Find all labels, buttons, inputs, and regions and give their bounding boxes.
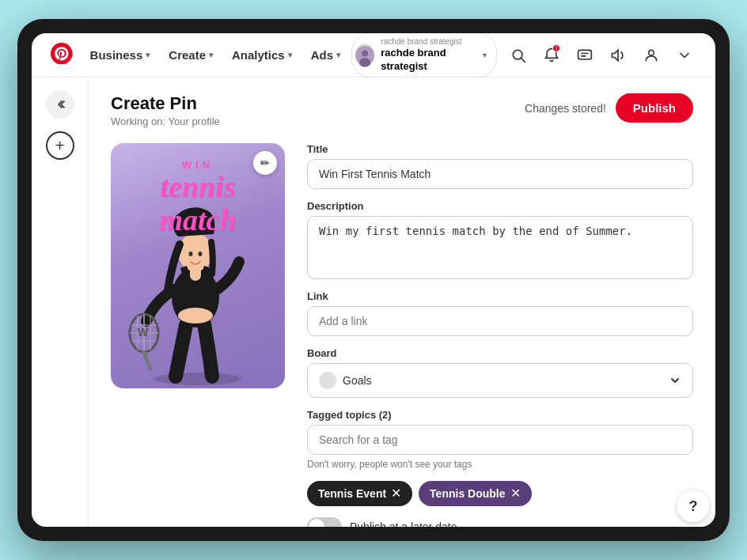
navbar: Business ▾ Create ▾ Analytics ▾ Ads ▾: [32, 33, 715, 78]
nav-create[interactable]: Create ▾: [161, 44, 221, 66]
svg-point-22: [189, 252, 193, 256]
board-select[interactable]: Goals: [307, 363, 693, 398]
publish-later-label: Publish at a later date: [350, 520, 457, 527]
svg-text:W: W: [138, 326, 149, 339]
nav-right: rachde brand strategist rachde brand str…: [351, 33, 696, 78]
pin-editor: WIN tennis match ✏: [111, 143, 693, 527]
title-field-group: Title: [307, 143, 693, 189]
page-header: Create Pin Working on: Your profile Chan…: [111, 93, 693, 127]
description-field-group: Description: [307, 200, 693, 279]
board-field-group: Board Goals: [307, 347, 693, 398]
svg-point-10: [178, 308, 213, 324]
tag-tennis-double-remove[interactable]: ✕: [510, 487, 521, 500]
nav-ads[interactable]: Ads ▾: [303, 44, 348, 66]
nav-create-chevron: ▾: [209, 51, 213, 59]
svg-line-5: [521, 58, 525, 62]
tennis-match-script: tennis match: [120, 171, 275, 237]
alerts-icon-btn[interactable]: [606, 41, 630, 70]
svg-point-3: [359, 58, 371, 66]
main-layout: + Create Pin Working on: Your profile Ch…: [32, 78, 715, 527]
user-icon-btn[interactable]: [639, 41, 663, 70]
nav-ads-chevron: ▾: [336, 51, 340, 59]
board-value: Goals: [343, 374, 372, 387]
help-icon: ?: [689, 498, 698, 515]
description-textarea[interactable]: [307, 216, 693, 279]
toggle-knob: [309, 519, 324, 527]
title-input[interactable]: [307, 159, 693, 189]
svg-point-21: [178, 233, 213, 271]
tag-tennis-event-remove[interactable]: ✕: [391, 487, 401, 500]
nav-analytics-chevron: ▾: [288, 51, 292, 59]
search-icon-btn[interactable]: [506, 41, 530, 70]
board-select-left: Goals: [319, 372, 372, 389]
tag-search-input[interactable]: [307, 425, 693, 455]
pinterest-logo[interactable]: [51, 43, 73, 68]
svg-point-23: [199, 252, 203, 256]
speaker-icon: [610, 47, 626, 63]
more-icon-btn[interactable]: [673, 41, 696, 70]
svg-line-19: [144, 352, 150, 369]
nav-ads-label: Ads: [311, 48, 333, 62]
help-button[interactable]: ?: [677, 490, 709, 522]
tag-tennis-event[interactable]: Tennis Event ✕: [307, 481, 412, 506]
link-input[interactable]: [307, 306, 693, 336]
tag-tennis-double[interactable]: Tennis Double ✕: [419, 481, 531, 506]
page-title-block: Create Pin Working on: Your profile: [111, 93, 220, 127]
tag-tennis-double-label: Tennis Double: [430, 487, 505, 500]
notifications-icon-btn[interactable]: 1: [540, 41, 563, 70]
chevron-down-icon: [677, 47, 692, 63]
svg-point-0: [51, 43, 73, 65]
nav-business-label: Business: [90, 48, 143, 62]
sidebar-collapse-btn[interactable]: [46, 90, 74, 119]
notification-dot: 1: [552, 44, 560, 52]
user-icon: [643, 47, 659, 63]
message-icon: [577, 47, 593, 63]
edit-image-btn[interactable]: ✏: [253, 151, 277, 175]
svg-rect-6: [578, 50, 592, 59]
sidebar-add-btn[interactable]: +: [46, 131, 74, 160]
svg-point-7: [649, 50, 654, 55]
title-label: Title: [307, 143, 693, 155]
pin-form: Title Description Link Board: [307, 143, 693, 527]
account-chevron: ▾: [483, 51, 487, 59]
tags-row: Tennis Event ✕ Tennis Double ✕: [307, 481, 693, 506]
main-content: Create Pin Working on: Your profile Chan…: [89, 78, 715, 527]
pin-image-preview: WIN tennis match ✏: [111, 143, 285, 388]
nav-create-label: Create: [169, 48, 206, 62]
nav-business[interactable]: Business ▾: [82, 44, 158, 66]
page-subtitle: Working on: Your profile: [111, 115, 220, 127]
messages-icon-btn[interactable]: [573, 41, 597, 70]
tag-tennis-event-label: Tennis Event: [318, 487, 386, 500]
tags-hint: Don't worry, people won't see your tags: [307, 459, 693, 470]
tagged-label: Tagged topics (2): [307, 409, 693, 421]
nav-analytics-label: Analytics: [232, 48, 285, 62]
svg-point-8: [154, 373, 241, 385]
link-label: Link: [307, 290, 693, 302]
account-avatar: [355, 44, 374, 67]
svg-point-2: [362, 50, 368, 56]
page-title: Create Pin: [111, 93, 220, 114]
tagged-field-group: Tagged topics (2) Don't worry, people wo…: [307, 409, 693, 470]
add-icon: +: [55, 137, 65, 155]
account-badge[interactable]: rachde brand strategist rachde brand str…: [351, 33, 497, 78]
publish-button[interactable]: Publish: [616, 93, 693, 123]
description-label: Description: [307, 200, 693, 212]
publish-later-toggle[interactable]: [307, 517, 342, 527]
publish-later-row: Publish at a later date: [307, 517, 693, 527]
board-chevron-icon: [669, 374, 681, 387]
board-circle-icon: [319, 372, 336, 389]
account-name: rachde brand strategist: [381, 47, 473, 74]
account-text: rachde brand strategist rachde brand str…: [381, 36, 473, 74]
changes-stored-label: Changes stored!: [525, 102, 606, 115]
collapse-icon: [54, 98, 66, 111]
tablet-shell: Business ▾ Create ▾ Analytics ▾ Ads ▾: [17, 19, 730, 541]
account-small-label: rachde brand strategist: [381, 36, 473, 47]
nav-business-chevron: ▾: [146, 51, 150, 59]
edit-icon: ✏: [260, 157, 270, 169]
nav-analytics[interactable]: Analytics ▾: [224, 44, 300, 66]
link-field-group: Link: [307, 290, 693, 336]
header-actions: Changes stored! Publish: [525, 93, 693, 123]
tablet-screen: Business ▾ Create ▾ Analytics ▾ Ads ▾: [32, 33, 715, 527]
win-text: WIN: [120, 159, 275, 171]
board-label: Board: [307, 347, 693, 359]
